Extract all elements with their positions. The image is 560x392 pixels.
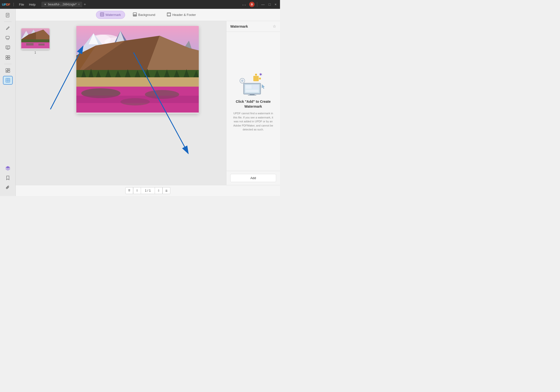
doc-page [76,26,199,114]
right-panel-content: Click "Add" to Create Watermark UPDF can… [226,32,280,171]
pdf-viewer[interactable]: 1 [16,21,226,185]
prev-page-button[interactable]: ⇧ [133,187,141,194]
maximize-button[interactable]: □ [267,2,272,7]
titlebar-menu: File Help [17,2,38,7]
svg-rect-91 [252,85,258,89]
user-avatar[interactable]: B [249,2,255,7]
tab-document[interactable]: ▼ beautiful-...2ii84zsgiv* × [41,2,82,7]
content-area: Watermark Background [16,9,280,196]
svg-rect-85 [253,76,259,81]
sidebar-item-edit[interactable] [3,24,13,33]
svg-marker-89 [262,84,265,89]
background-tab-icon [133,12,137,17]
sidebar-item-bookmark[interactable] [3,173,13,182]
menu-help[interactable]: Help [27,2,38,7]
tab-bar: ▼ beautiful-...2ii84zsgiv* × + [41,2,240,7]
tab-header-footer[interactable]: Header & Footer [163,11,200,19]
page-input[interactable] [141,187,155,194]
page-area: 1 [16,21,280,185]
tab-close-button[interactable]: × [78,3,80,6]
sidebar-item-layers[interactable] [3,164,13,173]
menu-file[interactable]: File [17,2,26,7]
first-page-button[interactable]: ⇈ [125,187,133,194]
watermark-info-text: UPDF cannot find a watermark in this fil… [231,111,275,132]
svg-rect-29 [167,13,171,16]
sidebar-item-form[interactable] [3,53,13,62]
svg-point-87 [259,78,261,80]
minimize-button[interactable]: — [260,2,266,7]
sidebar-item-comment[interactable] [3,34,13,42]
page-thumbnail-1[interactable] [21,28,49,49]
svg-rect-16 [6,71,8,72]
next-page-button[interactable]: ⇩ [155,187,163,194]
add-watermark-button[interactable]: Add [230,174,276,182]
svg-rect-23 [100,13,104,16]
watermark-tab-icon [100,12,104,17]
svg-rect-10 [6,56,8,57]
tab-background[interactable]: Background [129,11,159,19]
top-toolbar: Watermark Background [16,9,280,21]
app-logo: UPDF [2,3,10,6]
page-thumbnail-number: 1 [35,51,36,54]
sidebar-item-attachment[interactable] [3,183,13,192]
sidebar-item-document[interactable] [3,11,13,20]
watermark-tab-label: Watermark [105,13,121,17]
svg-rect-40 [21,42,49,48]
sidebar-item-text[interactable] [3,43,13,52]
svg-rect-5 [6,46,10,49]
last-page-button[interactable]: ⇊ [163,187,170,194]
sidebar-item-organize[interactable] [3,66,13,75]
svg-rect-15 [8,69,10,70]
app-layout: Watermark Background [0,9,280,196]
tab-label: beautiful-...2ii84zsgiv* [48,3,77,6]
add-button-container: Add [226,171,280,185]
header-footer-tab-icon [167,12,171,17]
svg-rect-39 [21,39,49,42]
svg-rect-84 [248,95,256,95]
svg-marker-88 [259,73,262,76]
favorite-star-icon[interactable]: ☆ [273,24,276,29]
svg-rect-11 [8,56,10,57]
right-panel: Watermark ☆ [226,21,280,185]
svg-rect-4 [6,36,9,39]
svg-rect-77 [76,96,199,103]
watermark-illustration [239,71,268,95]
svg-point-86 [255,74,257,76]
tab-watermark[interactable]: Watermark [96,11,125,19]
right-panel-header: Watermark ☆ [226,21,280,32]
svg-rect-18 [6,78,10,82]
right-panel-title: Watermark [230,24,248,28]
sidebar-divider-1 [4,22,12,22]
svg-point-94 [241,80,244,82]
header-footer-tab-label: Header & Footer [172,13,196,17]
titlebar: UPDF | File Help ▼ beautiful-...2ii84zsg… [0,0,280,9]
sidebar-divider-2 [4,64,12,64]
sidebar [0,9,16,196]
svg-rect-14 [6,69,8,71]
bottom-navigation: ⇈ ⇧ ⇩ ⇊ [16,185,280,196]
svg-rect-41 [26,43,34,46]
close-button[interactable]: × [273,2,278,7]
window-controls: ⌄⌄ B — □ × [242,2,278,7]
sidebar-bottom [3,164,13,194]
new-tab-button[interactable]: + [84,2,86,7]
svg-rect-13 [8,58,10,59]
titlebar-divider: | [13,2,14,7]
background-tab-label: Background [138,13,155,17]
svg-rect-92 [245,90,258,92]
svg-rect-42 [38,44,45,46]
svg-rect-72 [76,77,199,87]
svg-rect-90 [245,85,252,89]
svg-rect-12 [6,58,8,59]
click-add-instruction: Click "Add" to Create Watermark [231,99,275,109]
sidebar-item-watermark[interactable] [3,76,13,85]
svg-rect-17 [8,70,10,72]
thumbnail-panel: 1 [21,26,50,57]
